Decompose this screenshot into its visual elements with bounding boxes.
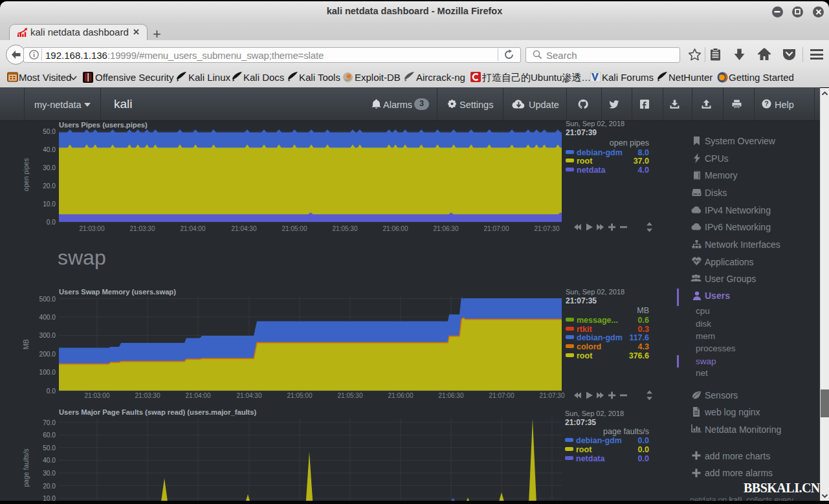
svg-text:Users Major Page Faults (swap: Users Major Page Faults (swap read) (use… [59,408,257,416]
svg-text:0.0: 0.0 [47,388,56,395]
svg-text:21:04:30: 21:04:30 [232,225,257,232]
svg-text:21:06:00: 21:06:00 [383,225,408,232]
svg-text:21:03:00: 21:03:00 [85,392,110,399]
svg-text:21:07:30: 21:07:30 [535,225,560,232]
svg-text:21:05:30: 21:05:30 [338,392,363,399]
svg-text:21:04:00: 21:04:00 [186,392,211,399]
svg-text:Users Swap Memory (users.swap): Users Swap Memory (users.swap) [59,288,176,296]
svg-text:30.0: 30.0 [43,470,56,477]
svg-text:500.0: 500.0 [39,296,56,303]
svg-text:21:07:00: 21:07:00 [489,392,514,399]
svg-text:21:07:00: 21:07:00 [484,225,509,232]
svg-text:21:06:30: 21:06:30 [434,225,459,232]
svg-text:30.0: 30.0 [43,164,56,171]
svg-text:300.0: 300.0 [39,332,56,339]
svg-text:10.0: 10.0 [43,201,56,208]
svg-text:21:03:00: 21:03:00 [80,225,105,232]
svg-text:21:06:00: 21:06:00 [388,392,414,399]
svg-text:40.0: 40.0 [43,457,56,464]
svg-text:21:05:30: 21:05:30 [333,225,358,232]
svg-text:20.0: 20.0 [43,182,56,190]
svg-text:Users Pipes (users.pipes): Users Pipes (users.pipes) [59,121,148,129]
svg-text:21:05:00: 21:05:00 [282,225,307,232]
svg-text:400.0: 400.0 [39,314,56,321]
svg-text:50.0: 50.0 [43,444,56,452]
svg-text:70.0: 70.0 [43,419,56,426]
svg-text:60.0: 60.0 [43,432,56,439]
svg-text:50.0: 50.0 [43,128,56,135]
svg-text:21:03:30: 21:03:30 [135,392,160,399]
svg-text:100.0: 100.0 [39,369,56,376]
svg-text:21:05:00: 21:05:00 [287,392,313,399]
svg-text:20.0: 20.0 [43,483,56,490]
svg-text:21:04:00: 21:04:00 [181,225,206,232]
svg-text:40.0: 40.0 [43,146,56,153]
svg-text:200.0: 200.0 [39,351,56,358]
svg-text:21:03:30: 21:03:30 [130,225,155,232]
svg-text:?: ? [764,100,768,107]
svg-text:21:07:30: 21:07:30 [540,392,565,399]
svg-text:open pipes: open pipes [22,158,30,191]
svg-text:21:04:30: 21:04:30 [237,392,262,399]
svg-text:21:06:30: 21:06:30 [439,392,464,399]
svg-text:MB: MB [22,339,30,349]
svg-text:0.0: 0.0 [47,219,56,226]
svg-text:page faults/s: page faults/s [22,448,30,487]
